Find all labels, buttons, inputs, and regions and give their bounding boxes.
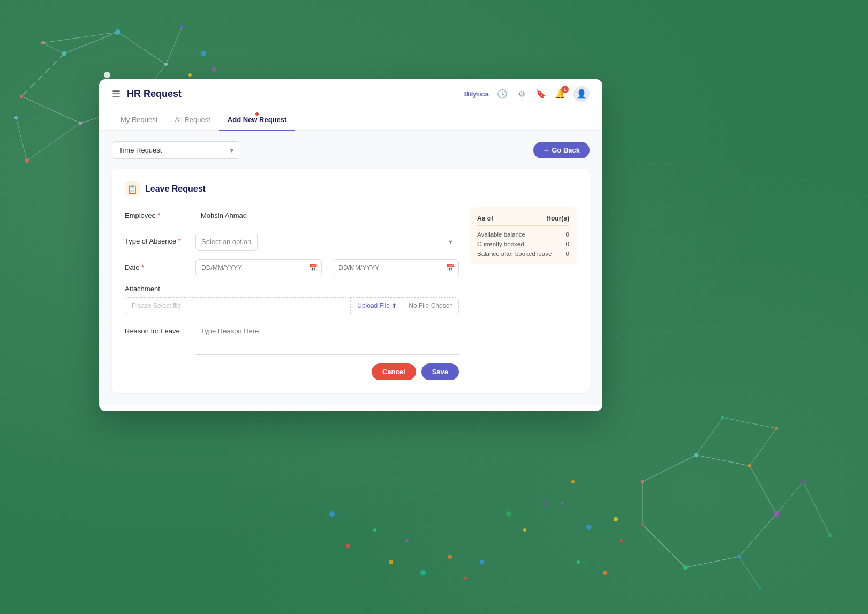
- svg-point-54: [586, 525, 592, 530]
- svg-line-27: [643, 455, 696, 482]
- svg-line-0: [21, 54, 64, 96]
- svg-point-44: [737, 555, 741, 558]
- tab-my-request[interactable]: My Request: [112, 109, 166, 130]
- bookmark-icon[interactable]: 🔖: [535, 88, 547, 100]
- date-inputs: 📅 - 📅: [195, 259, 459, 276]
- form-left: Employee * Type of Absence *: [125, 207, 459, 380]
- app-header: ☰ HR Request Bilytica 🕓 ⚙ 🔖 🔔 1 👤: [99, 79, 602, 109]
- svg-line-34: [696, 418, 723, 455]
- nav-tabs: My Request All Request Add New Request: [99, 109, 602, 131]
- save-button[interactable]: Save: [421, 363, 459, 380]
- svg-point-50: [759, 587, 762, 590]
- absence-select-arrow-icon: ▼: [448, 239, 454, 245]
- request-type-select-wrapper: Time Request Leave Request Other ▼: [112, 141, 240, 159]
- form-card-title: 📋 Leave Request: [125, 181, 577, 196]
- svg-line-32: [643, 525, 685, 567]
- svg-point-52: [614, 517, 618, 521]
- svg-point-14: [115, 29, 120, 35]
- balance-header: As of Hour(s): [477, 215, 569, 226]
- svg-point-59: [329, 511, 335, 517]
- svg-point-21: [25, 158, 29, 163]
- reason-textarea[interactable]: [195, 323, 459, 355]
- notification-badge: 1: [561, 86, 569, 93]
- attachment-section: Attachment Please Select file Upload Fil…: [125, 285, 459, 314]
- svg-point-13: [62, 51, 66, 56]
- absence-type-select-wrapper: Select an option ▼: [195, 233, 459, 251]
- cancel-button[interactable]: Cancel: [372, 363, 416, 380]
- svg-line-36: [750, 428, 776, 466]
- svg-point-68: [506, 511, 511, 517]
- absence-type-select[interactable]: Select an option: [195, 233, 258, 251]
- form-card-icon: 📋: [125, 181, 140, 196]
- date-required: *: [141, 263, 144, 271]
- svg-point-17: [79, 122, 82, 125]
- employee-input[interactable]: [195, 207, 459, 224]
- date-to-input[interactable]: [333, 259, 459, 276]
- svg-point-64: [420, 570, 426, 575]
- svg-point-15: [164, 63, 168, 66]
- attachment-input-row: Please Select file Upload File ⬆ No File…: [125, 297, 459, 314]
- svg-line-2: [118, 32, 166, 64]
- balance-row-available: Available balance 0: [477, 231, 569, 238]
- form-body: Employee * Type of Absence *: [125, 207, 577, 380]
- attachment-placeholder: Please Select file: [125, 298, 350, 314]
- svg-point-58: [571, 480, 575, 483]
- svg-point-19: [180, 25, 184, 28]
- employee-label: Employee *: [125, 207, 189, 219]
- avatar[interactable]: 👤: [573, 86, 590, 102]
- svg-point-66: [464, 577, 467, 580]
- svg-point-43: [774, 511, 779, 517]
- employee-required: *: [157, 211, 160, 219]
- request-type-select[interactable]: Time Request Leave Request Other: [112, 141, 240, 159]
- attachment-label: Attachment: [125, 285, 459, 293]
- svg-line-29: [750, 466, 776, 514]
- svg-line-1: [64, 32, 118, 54]
- date-separator: -: [326, 263, 329, 272]
- date-from-input[interactable]: [195, 259, 322, 276]
- tab-all-request[interactable]: All Request: [166, 109, 218, 130]
- toolbar: Time Request Leave Request Other ▼ ← Go …: [112, 141, 590, 159]
- svg-point-40: [641, 480, 644, 483]
- svg-point-18: [41, 41, 44, 44]
- svg-point-25: [212, 67, 216, 72]
- svg-point-26: [188, 73, 192, 77]
- absence-type-label: Type of Absence *: [125, 233, 189, 245]
- svg-point-63: [405, 539, 409, 542]
- go-back-button[interactable]: ← Go Back: [533, 142, 590, 158]
- tab-add-new-request[interactable]: Add New Request: [219, 109, 296, 130]
- hamburger-icon[interactable]: ☰: [112, 88, 120, 100]
- reason-section: Reason for Leave: [125, 323, 459, 355]
- clock-icon[interactable]: 🕓: [496, 88, 508, 100]
- upload-button[interactable]: Upload File ⬆: [350, 298, 403, 314]
- svg-point-12: [20, 95, 23, 98]
- svg-point-24: [201, 51, 206, 56]
- svg-point-70: [544, 501, 548, 505]
- svg-point-61: [373, 528, 376, 532]
- absence-type-row: Type of Absence * Select an option ▼: [125, 233, 459, 251]
- svg-point-65: [448, 555, 452, 559]
- svg-point-53: [620, 539, 623, 542]
- balance-row-booked: Currently booked 0: [477, 241, 569, 247]
- balance-card: As of Hour(s) Available balance 0 Curren…: [470, 207, 577, 264]
- svg-point-51: [828, 533, 832, 537]
- svg-line-39: [803, 482, 830, 535]
- svg-point-23: [104, 72, 110, 78]
- notification-wrapper[interactable]: 🔔 1: [554, 88, 566, 100]
- svg-point-42: [748, 464, 751, 467]
- gear-icon[interactable]: ⚙: [516, 88, 527, 100]
- balance-row-after-booked: Balance after booked leave 0: [477, 251, 569, 257]
- svg-line-30: [739, 514, 776, 557]
- svg-line-31: [685, 557, 739, 567]
- employee-row: Employee *: [125, 207, 459, 224]
- svg-point-41: [694, 453, 698, 457]
- app-title: HR Request: [127, 88, 464, 100]
- date-label: Date *: [125, 259, 189, 271]
- absence-required: *: [178, 237, 181, 245]
- date-to-wrapper: 📅: [333, 259, 459, 276]
- no-file-label: No File Chosen: [403, 298, 458, 314]
- svg-point-56: [603, 571, 607, 575]
- date-row: Date * 📅 - 📅: [125, 259, 459, 276]
- active-tab-dot: [255, 112, 259, 116]
- svg-line-28: [696, 455, 750, 466]
- svg-line-8: [166, 27, 182, 64]
